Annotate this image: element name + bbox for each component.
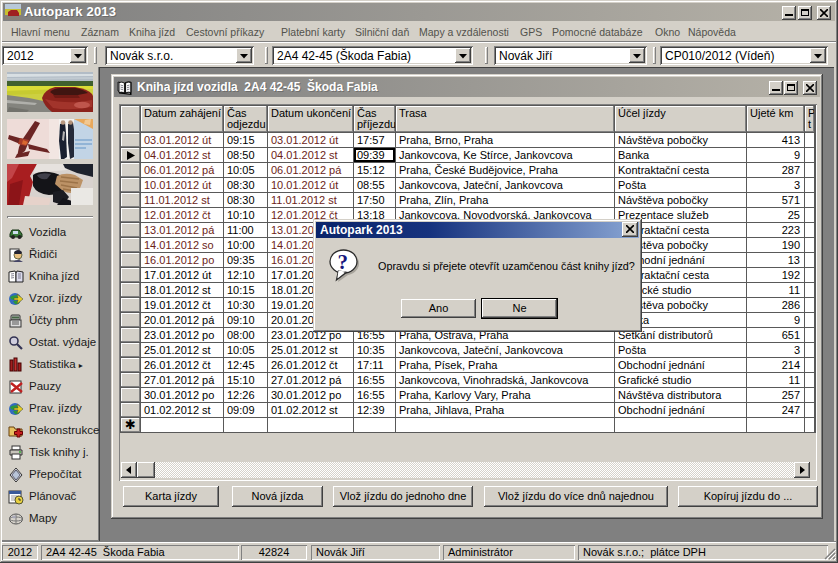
svg-text:?: ? xyxy=(338,250,349,274)
